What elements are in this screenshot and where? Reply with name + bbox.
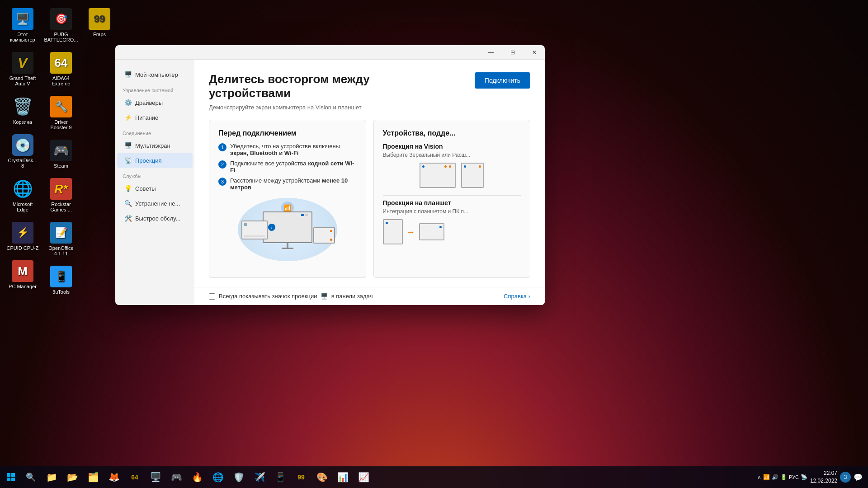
taskbar-browser[interactable]: 🦊: [104, 468, 124, 486]
card-supported-devices: Устройства, подде... Проекция на Vision …: [373, 120, 531, 278]
taskbar-security[interactable]: 🔥: [187, 468, 207, 486]
taskbar-telegram[interactable]: ✈️: [250, 468, 269, 486]
sidebar-item-troubleshoot[interactable]: 🔍 Устранение не...: [117, 196, 193, 211]
taskbar-edge[interactable]: 🌐: [208, 468, 228, 486]
show-projection-icon-checkbox[interactable]: [209, 293, 215, 300]
openoffice-label: OpenOffice4.1.11: [48, 245, 73, 256]
minimize-button[interactable]: —: [481, 45, 501, 60]
taskbar-99[interactable]: 99: [291, 468, 311, 486]
desktop-icon-steam[interactable]: 🎮 Steam: [43, 136, 79, 172]
step-number-3: 3: [218, 178, 226, 186]
taskbar-pcmanager[interactable]: 📊: [333, 468, 353, 486]
desktop-icon-driverbooster[interactable]: 🔧 DriverBooster 9: [43, 92, 79, 134]
system-tray: ∧ 📶 🔊 🔋 РУС 📡: [757, 474, 807, 480]
taskbar: 🔍 📁 📂 🗂️ 🦊 64 🖥️ 🎮 🔥 🌐 🛡️ ✈️ 📱 99 🎨 📊 📈 …: [0, 466, 868, 488]
notification-icon[interactable]: 💬: [854, 473, 863, 482]
desktop-icon-gta[interactable]: V Grand TheftAuto V: [5, 48, 41, 90]
desktop-icon-3utools[interactable]: 📱 3uTools: [43, 262, 79, 298]
battery-icon: 🔋: [780, 474, 787, 480]
taskbar-checkbox-row: Всегда показывать значок проекции 🖥️ в п…: [209, 293, 373, 300]
taskbar-64[interactable]: 64: [125, 468, 145, 486]
fraps-icon: 99: [89, 8, 110, 30]
sidebar-item-tips[interactable]: 💡 Советы: [117, 181, 193, 196]
close-button[interactable]: ✕: [524, 45, 545, 60]
desktop-icon-pcmanager[interactable]: M PC Manager: [5, 257, 41, 293]
sidebar-section-connection: Соединение: [115, 125, 194, 138]
cards-row: Перед подключением 1 Убедитесь, что на у…: [209, 120, 530, 278]
sidebar-troubleshoot-label: Устранение не...: [135, 200, 180, 207]
sidebar-item-quickservice[interactable]: 🛠️ Быстрое обслу...: [117, 211, 193, 225]
desktop-icon-pubg[interactable]: 🎯 PUBGBATTLEGRO...: [43, 5, 79, 46]
taskbar-analytics[interactable]: 📈: [354, 468, 373, 486]
desktop-icon-thispc[interactable]: 🖥️ Этот компьютер: [5, 5, 41, 46]
taskbar-monitor[interactable]: 🖥️: [146, 468, 165, 486]
svg-rect-2: [7, 478, 10, 481]
taskbar-apps: 📁 📂 🗂️ 🦊 64 🖥️ 🎮 🔥 🌐 🛡️ ✈️ 📱 99 🎨 📊 📈: [40, 468, 752, 486]
start-button[interactable]: [0, 466, 22, 488]
taskbar-explorer[interactable]: 📁: [42, 468, 61, 486]
this-pc-icon: 🖥️: [12, 8, 33, 30]
search-button[interactable]: 🔍: [22, 466, 40, 488]
step-2-text: Подключите все устройства кодной сети Wi…: [230, 160, 357, 174]
taskbar-clock[interactable]: 22:07 12.02.2022: [810, 469, 837, 485]
desktop-icon-aida64[interactable]: 64 AIDA64Extreme: [43, 48, 79, 90]
3utools-icon: 📱: [50, 266, 72, 287]
tablet-img: [383, 219, 403, 244]
card-left-title: Перед подключением: [218, 129, 357, 137]
taskbar-whatsapp[interactable]: 📱: [270, 468, 290, 486]
driverbooster-icon: 🔧: [50, 96, 72, 117]
help-link[interactable]: Справка ›: [504, 293, 530, 300]
recycle-icon: 🗑️: [12, 96, 33, 117]
taskbar-steam[interactable]: 🎮: [166, 468, 186, 486]
sidebar-item-multiscreen[interactable]: 🖥️ Мультиэкран: [117, 138, 193, 153]
restore-button[interactable]: ⊟: [502, 45, 523, 60]
step-number-1: 1: [218, 143, 226, 151]
desktop-icon-fraps[interactable]: 99 Fraps: [81, 5, 118, 41]
taskbar-files[interactable]: 📂: [62, 468, 82, 486]
step-1-text-bold: экран, Bluetooth и Wi-Fi: [230, 150, 298, 156]
pcmanager-icon: M: [12, 260, 33, 282]
window-main: Делитесь восторгом между устройствами По…: [194, 60, 545, 305]
vision-monitor-img: [420, 163, 456, 188]
steam-icon: 🎮: [50, 140, 72, 161]
sidebar-item-mycomputer[interactable]: 🖥️ Мой компьютер: [117, 67, 193, 82]
step-1-text: Убедитесь, что на устройстве включены эк…: [230, 143, 357, 156]
taskbar-right: ∧ 📶 🔊 🔋 РУС 📡 22:07 12.02.2022 3 💬: [752, 469, 868, 485]
network-icon: 📶: [763, 474, 770, 480]
desktop-icon-edge[interactable]: 🌐 MicrosoftEdge: [5, 174, 41, 216]
taskbar-antivirus[interactable]: 🛡️: [229, 468, 249, 486]
desktop-icon-crystaldisk[interactable]: 💿 CrystalDisk...8: [5, 131, 41, 172]
sidebar-item-power[interactable]: ⚡ Питание: [117, 110, 193, 125]
quickservice-icon: 🛠️: [124, 215, 132, 222]
left-screen-illustration: [241, 221, 268, 239]
desktop-icon-recycle[interactable]: 🗑️ Корзина: [5, 92, 41, 128]
svg-rect-0: [7, 473, 10, 477]
divider: [383, 195, 521, 196]
multiscreen-icon: 🖥️: [124, 142, 132, 149]
sidebar-item-projection[interactable]: 📡 Проекция: [117, 153, 193, 168]
taskbar-photoshop[interactable]: 🎨: [312, 468, 332, 486]
main-header: Делитесь восторгом между устройствами По…: [209, 72, 530, 100]
connect-button[interactable]: Подключить: [475, 72, 530, 89]
sidebar-item-drivers[interactable]: ⚙️ Драйверы: [117, 95, 193, 110]
checkbox-label: Всегда показывать значок проекции 🖥️ в п…: [219, 293, 373, 300]
fraps-label: Fraps: [93, 32, 106, 37]
tray-chevron[interactable]: ∧: [757, 474, 761, 480]
sidebar-drivers-label: Драйверы: [135, 99, 163, 106]
desktop-icon-openoffice[interactable]: 📝 OpenOffice4.1.11: [43, 218, 79, 260]
pubg-icon: 🎯: [50, 8, 72, 30]
3utools-label: 3uTools: [52, 289, 70, 295]
language-indicator[interactable]: РУС: [789, 474, 799, 480]
user-avatar[interactable]: 3: [840, 472, 851, 483]
pc-img: [419, 223, 444, 240]
monitor-stand-illustration: [287, 243, 288, 248]
sidebar-multiscreen-label: Мультиэкран: [135, 142, 170, 149]
taskbar-mail[interactable]: 🗂️: [83, 468, 103, 486]
desktop-icon-cpuid[interactable]: ⚡ CPUID CPU-Z: [5, 218, 41, 254]
crystaldisk-label: CrystalDisk...8: [8, 158, 38, 169]
desktop-icon-rockstar[interactable]: R* RockstarGames ...: [43, 174, 79, 216]
monitor-base-illustration: [282, 248, 293, 249]
vision-desc: Выберите Зеркальный или Расш...: [383, 152, 521, 158]
step-2: 2 Подключите все устройства кодной сети …: [218, 160, 357, 174]
step-1: 1 Убедитесь, что на устройстве включены …: [218, 143, 357, 156]
